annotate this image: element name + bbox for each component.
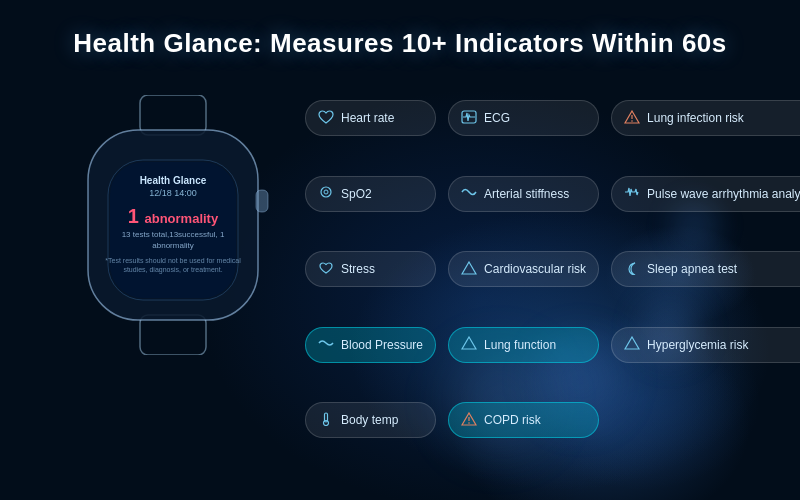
sleep-apnea-label: Sleep apnea test xyxy=(647,262,737,276)
indicator-sleep-apnea[interactable]: Sleep apnea test xyxy=(611,251,800,287)
spo2-label: SpO2 xyxy=(341,187,372,201)
svg-point-10 xyxy=(324,190,328,194)
hyperglycemia-label: Hyperglycemia risk xyxy=(647,338,748,352)
indicator-ecg[interactable]: ECG xyxy=(448,100,599,136)
watch-date: 12/18 14:00 xyxy=(103,188,243,198)
heart-rate-label: Heart rate xyxy=(341,111,394,125)
watch-disclaimer: *Test results should not be used for med… xyxy=(103,257,243,275)
body-temp-label: Body temp xyxy=(341,413,398,427)
copd-risk-icon xyxy=(461,412,477,429)
hyperglycemia-icon xyxy=(624,336,640,353)
svg-point-12 xyxy=(324,420,329,425)
pulse-wave-icon xyxy=(624,185,640,202)
indicator-copd-risk[interactable]: COPD risk xyxy=(448,402,599,438)
indicator-blood-pressure[interactable]: Blood Pressure xyxy=(305,327,436,363)
lung-function-label: Lung function xyxy=(484,338,556,352)
spo2-icon xyxy=(318,185,334,202)
indicator-hyperglycemia[interactable]: Hyperglycemia risk xyxy=(611,327,800,363)
watch-tests-info: 13 tests total,13successful, 1 abnormali… xyxy=(103,229,243,251)
indicator-pulse-wave[interactable]: Pulse wave arrhythmia analysis xyxy=(611,176,800,212)
lung-function-icon xyxy=(461,336,477,353)
svg-rect-3 xyxy=(256,190,268,212)
watch-device: Health Glance 12/18 14:00 1 abnormality … xyxy=(68,95,278,355)
watch-screen-title: Health Glance xyxy=(103,175,243,186)
ecg-label: ECG xyxy=(484,111,510,125)
cardiovascular-label: Cardiovascular risk xyxy=(484,262,586,276)
copd-risk-label: COPD risk xyxy=(484,413,541,427)
svg-rect-0 xyxy=(140,95,206,135)
stress-label: Stress xyxy=(341,262,375,276)
svg-point-9 xyxy=(321,187,331,197)
svg-rect-1 xyxy=(140,315,206,355)
indicator-heart-rate[interactable]: Heart rate xyxy=(305,100,436,136)
indicator-lung-infection[interactable]: Lung infection risk xyxy=(611,100,800,136)
ecg-icon xyxy=(461,110,477,127)
arterial-stiffness-label: Arterial stiffness xyxy=(484,187,569,201)
lung-infection-icon xyxy=(624,110,640,127)
svg-point-8 xyxy=(631,120,633,122)
watch-screen: Health Glance 12/18 14:00 1 abnormality … xyxy=(103,175,243,275)
svg-point-14 xyxy=(468,422,470,424)
indicator-arterial-stiffness[interactable]: Arterial stiffness xyxy=(448,176,599,212)
indicator-cardiovascular[interactable]: Cardiovascular risk xyxy=(448,251,599,287)
cardiovascular-icon xyxy=(461,261,477,278)
sleep-apnea-icon xyxy=(624,261,640,278)
blood-pressure-icon xyxy=(318,336,334,353)
arterial-stiffness-icon xyxy=(461,185,477,202)
indicator-lung-function[interactable]: Lung function xyxy=(448,327,599,363)
indicator-body-temp[interactable]: Body temp xyxy=(305,402,436,438)
body-temp-icon xyxy=(318,412,334,429)
lung-infection-label: Lung infection risk xyxy=(647,111,744,125)
blood-pressure-label: Blood Pressure xyxy=(341,338,423,352)
indicator-stress[interactable]: Stress xyxy=(305,251,436,287)
watch-abnormality-count: 1 abnormality xyxy=(103,206,243,226)
page-title: Health Glance: Measures 10+ Indicators W… xyxy=(0,28,800,59)
indicators-grid: Heart rateECGLung infection riskSpO2Arte… xyxy=(305,100,790,470)
pulse-wave-label: Pulse wave arrhythmia analysis xyxy=(647,187,800,201)
heart-rate-icon xyxy=(318,110,334,127)
indicator-spo2[interactable]: SpO2 xyxy=(305,176,436,212)
stress-icon xyxy=(318,261,334,278)
